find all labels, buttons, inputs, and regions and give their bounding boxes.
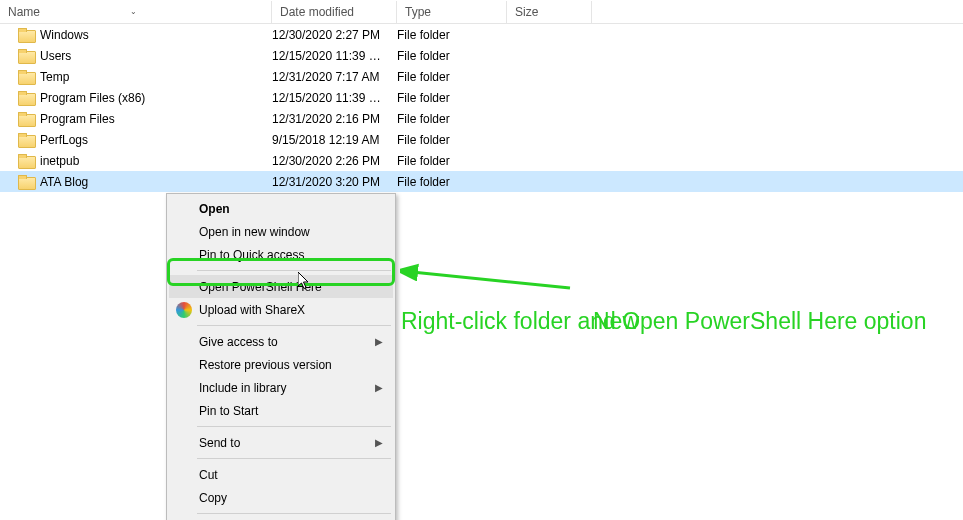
- submenu-arrow-icon: ▶: [375, 336, 383, 347]
- column-header-size[interactable]: Size: [507, 1, 592, 23]
- menu-include-in-library[interactable]: Include in library▶: [169, 376, 393, 399]
- submenu-arrow-icon: ▶: [375, 437, 383, 448]
- sharex-icon: [176, 302, 192, 318]
- sort-indicator-icon: ⌄: [130, 7, 137, 16]
- column-label: Date modified: [280, 5, 354, 19]
- file-name: Windows: [40, 28, 272, 42]
- file-type: File folder: [397, 91, 507, 105]
- file-name: Users: [40, 49, 272, 63]
- annotation-arrow-icon: [400, 258, 580, 298]
- menu-open-powershell-here[interactable]: Open PowerShell Here: [169, 275, 393, 298]
- submenu-arrow-icon: ▶: [375, 382, 383, 393]
- menu-cut[interactable]: Cut: [169, 463, 393, 486]
- file-name: Program Files: [40, 112, 272, 126]
- menu-label: Copy: [199, 491, 227, 505]
- menu-label: Open: [199, 202, 230, 216]
- file-date: 12/15/2020 11:39 …: [272, 91, 397, 105]
- file-date: 12/15/2020 11:39 …: [272, 49, 397, 63]
- column-header-type[interactable]: Type: [397, 1, 507, 23]
- folder-icon: [18, 91, 34, 105]
- menu-restore-previous[interactable]: Restore previous version: [169, 353, 393, 376]
- menu-separator: [197, 270, 391, 271]
- menu-pin-quick-access[interactable]: Pin to Quick access: [169, 243, 393, 266]
- file-date: 12/31/2020 3:20 PM: [272, 175, 397, 189]
- column-label: Size: [515, 5, 538, 19]
- annotation-text: Right-click folder and Open PowerShell H…: [401, 308, 926, 335]
- menu-label: Restore previous version: [199, 358, 332, 372]
- file-date: 9/15/2018 12:19 AM: [272, 133, 397, 147]
- menu-label: Send to: [199, 436, 240, 450]
- file-type: File folder: [397, 49, 507, 63]
- column-header-date[interactable]: Date modified: [272, 1, 397, 23]
- folder-icon: [18, 28, 34, 42]
- file-name: Program Files (x86): [40, 91, 272, 105]
- menu-upload-sharex[interactable]: Upload with ShareX: [169, 298, 393, 321]
- file-name: inetpub: [40, 154, 272, 168]
- menu-label: Pin to Quick access: [199, 248, 304, 262]
- menu-label: Upload with ShareX: [199, 303, 305, 317]
- file-row[interactable]: Temp12/31/2020 7:17 AMFile folder: [0, 66, 963, 87]
- file-type: File folder: [397, 154, 507, 168]
- menu-give-access-to[interactable]: Give access to▶: [169, 330, 393, 353]
- file-name: Temp: [40, 70, 272, 84]
- column-label: Type: [405, 5, 431, 19]
- file-type: File folder: [397, 175, 507, 189]
- file-date: 12/30/2020 2:26 PM: [272, 154, 397, 168]
- folder-icon: [18, 133, 34, 147]
- file-date: 12/31/2020 2:16 PM: [272, 112, 397, 126]
- folder-icon: [18, 49, 34, 63]
- menu-open[interactable]: Open: [169, 197, 393, 220]
- menu-pin-to-start[interactable]: Pin to Start: [169, 399, 393, 422]
- menu-send-to[interactable]: Send to▶: [169, 431, 393, 454]
- svg-line-0: [412, 272, 570, 288]
- file-list: Windows12/30/2020 2:27 PMFile folderUser…: [0, 24, 963, 192]
- folder-icon: [18, 175, 34, 189]
- menu-open-new-window[interactable]: Open in new window: [169, 220, 393, 243]
- file-name: ATA Blog: [40, 175, 272, 189]
- menu-label: Open PowerShell Here: [199, 280, 322, 294]
- file-type: File folder: [397, 28, 507, 42]
- file-type: File folder: [397, 133, 507, 147]
- context-menu: Open Open in new window Pin to Quick acc…: [166, 193, 396, 520]
- file-date: 12/31/2020 7:17 AM: [272, 70, 397, 84]
- menu-separator: [197, 426, 391, 427]
- file-row[interactable]: Program Files12/31/2020 2:16 PMFile fold…: [0, 108, 963, 129]
- folder-icon: [18, 154, 34, 168]
- annotation-new-label: New: [593, 308, 639, 335]
- column-header-row: Name ⌄ Date modified Type Size: [0, 0, 963, 24]
- file-date: 12/30/2020 2:27 PM: [272, 28, 397, 42]
- column-header-name[interactable]: Name ⌄: [0, 1, 272, 23]
- menu-label: Cut: [199, 468, 218, 482]
- file-name: PerfLogs: [40, 133, 272, 147]
- file-type: File folder: [397, 112, 507, 126]
- menu-copy[interactable]: Copy: [169, 486, 393, 509]
- file-type: File folder: [397, 70, 507, 84]
- folder-icon: [18, 112, 34, 126]
- column-label: Name: [8, 5, 40, 19]
- file-row[interactable]: Program Files (x86)12/15/2020 11:39 …Fil…: [0, 87, 963, 108]
- file-row[interactable]: inetpub12/30/2020 2:26 PMFile folder: [0, 150, 963, 171]
- menu-label: Give access to: [199, 335, 278, 349]
- menu-label: Pin to Start: [199, 404, 258, 418]
- file-row[interactable]: Windows12/30/2020 2:27 PMFile folder: [0, 24, 963, 45]
- menu-separator: [197, 458, 391, 459]
- menu-label: Open in new window: [199, 225, 310, 239]
- menu-separator: [197, 513, 391, 514]
- folder-icon: [18, 70, 34, 84]
- menu-label: Include in library: [199, 381, 286, 395]
- menu-separator: [197, 325, 391, 326]
- file-row[interactable]: Users12/15/2020 11:39 …File folder: [0, 45, 963, 66]
- file-row[interactable]: PerfLogs9/15/2018 12:19 AMFile folder: [0, 129, 963, 150]
- file-row[interactable]: ATA Blog12/31/2020 3:20 PMFile folder: [0, 171, 963, 192]
